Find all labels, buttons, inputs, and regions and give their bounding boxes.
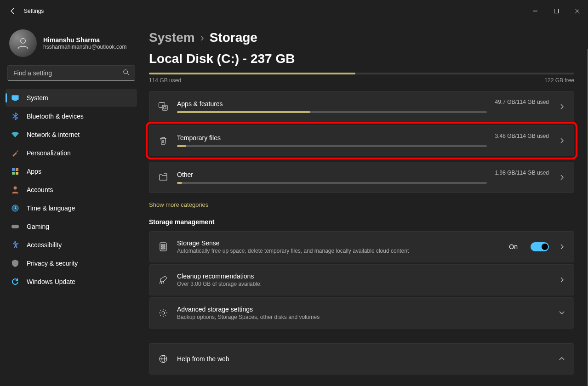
category-usage: 3.48 GB/114 GB used [495,133,549,139]
disk-used-label: 114 GB used [149,77,181,84]
nav-item-accessibility[interactable]: Accessibility [6,236,137,254]
nav-label: System [27,94,48,102]
nav-item-system[interactable]: System [6,89,137,107]
svg-point-9 [14,187,17,190]
storage-sense-card[interactable]: Storage Sense Automatically free up spac… [149,231,574,262]
nav-label: Network & internet [27,131,80,138]
svg-rect-17 [161,244,165,245]
nav-item-network[interactable]: Network & internet [6,126,137,143]
card-subtitle: Over 3.00 GB of storage available. [177,281,549,287]
nav-item-apps[interactable]: Apps [6,163,137,180]
card-title: Help from the web [177,355,549,363]
show-more-categories-link[interactable]: Show more categories [149,201,208,208]
toggle-state-label: On [509,243,518,250]
search-box[interactable] [7,65,135,81]
category-usage: 1.98 GB/114 GB used [495,170,549,176]
disk-free-label: 122 GB free [544,77,574,84]
nav-item-privacy[interactable]: Privacy & security [6,255,137,272]
chevron-right-icon [557,175,566,180]
category-temporary-files[interactable]: Temporary files 3.48 GB/114 GB used [149,125,574,156]
trash-icon [158,136,169,145]
globe-icon [158,354,169,363]
advanced-storage-card[interactable]: Advanced storage settings Backup options… [149,297,574,329]
wifi-icon [11,131,19,139]
chevron-right-icon [557,244,566,250]
search-input[interactable] [13,69,123,77]
card-title: Storage Sense [177,239,501,247]
card-title: Advanced storage settings [177,306,549,313]
svg-rect-7 [12,172,15,175]
search-icon [123,69,129,77]
storage-sense-toggle[interactable] [531,242,549,251]
category-title: Temporary files [177,134,487,142]
nav-label: Bluetooth & devices [27,113,84,120]
user-email: hssharmahimanshu@outlook.com [43,44,127,50]
svg-rect-19 [161,248,165,249]
system-icon [11,94,19,102]
category-title: Other [177,171,487,178]
main-content: System › Storage Local Disk (C:) - 237 G… [143,22,588,386]
titlebar: Settings [0,0,588,22]
cleanup-card[interactable]: Cleanup recommendations Over 3.00 GB of … [149,264,574,295]
nav-label: Accessibility [27,241,62,249]
category-other[interactable]: Other 1.98 GB/114 GB used [149,162,574,193]
card-title: Cleanup recommendations [177,272,549,280]
nav-item-gaming[interactable]: Gaming [6,218,137,235]
card-subtitle: Backup options, Storage Spaces, other di… [177,314,549,320]
nav-label: Windows Update [27,278,75,285]
storage-management-heading: Storage management [149,218,574,226]
profile-block[interactable]: Himanshu Sharma hssharmahimanshu@outlook… [6,28,137,65]
avatar [9,29,37,57]
nav-item-update[interactable]: Windows Update [6,273,137,290]
category-bar [177,145,487,147]
nav-label: Privacy & security [27,260,78,267]
gear-icon [158,308,169,318]
chevron-right-icon: › [200,31,204,44]
storage-sense-icon [158,242,169,251]
gamepad-icon [11,222,19,231]
update-icon [11,278,19,286]
svg-point-2 [124,70,128,74]
nav-item-accounts[interactable]: Accounts [6,181,137,199]
breadcrumb-current: Storage [210,30,257,45]
svg-rect-18 [161,246,165,247]
apps-features-icon [158,102,169,111]
nav-item-time[interactable]: Time & language [6,199,137,217]
category-bar [177,182,487,184]
disk-usage-bar [149,73,574,74]
brush-icon [11,149,19,157]
category-bar [177,111,487,113]
nav: System Bluetooth & devices Network & int… [6,89,137,290]
nav-label: Time & language [27,204,75,212]
person-icon [11,186,19,194]
user-name: Himanshu Sharma [43,36,127,44]
bluetooth-icon [11,112,19,120]
breadcrumb: System › Storage [149,30,574,45]
svg-rect-3 [11,95,18,100]
nav-item-bluetooth[interactable]: Bluetooth & devices [6,108,137,125]
chevron-down-icon [557,311,566,315]
accessibility-icon [11,241,19,249]
maximize-button[interactable] [546,4,567,18]
svg-rect-14 [162,105,167,110]
minimize-button[interactable] [525,4,546,18]
nav-label: Personalization [27,149,71,157]
breadcrumb-parent[interactable]: System [149,30,195,45]
window-title: Settings [24,8,44,14]
nav-label: Accounts [27,186,53,193]
nav-item-personalization[interactable]: Personalization [6,144,137,162]
chevron-right-icon [557,277,566,283]
clock-icon [11,204,19,212]
help-card[interactable]: Help from the web [149,343,574,375]
svg-rect-16 [160,243,166,251]
svg-rect-5 [12,168,15,171]
svg-point-20 [162,312,165,314]
svg-rect-6 [16,168,18,171]
svg-rect-11 [11,225,19,228]
chevron-right-icon [557,104,566,109]
back-button[interactable] [4,2,22,20]
category-apps-features[interactable]: Apps & features 49.7 GB/114 GB used [149,91,574,122]
nav-label: Gaming [27,223,49,230]
nav-label: Apps [27,168,41,175]
close-button[interactable] [567,4,588,18]
